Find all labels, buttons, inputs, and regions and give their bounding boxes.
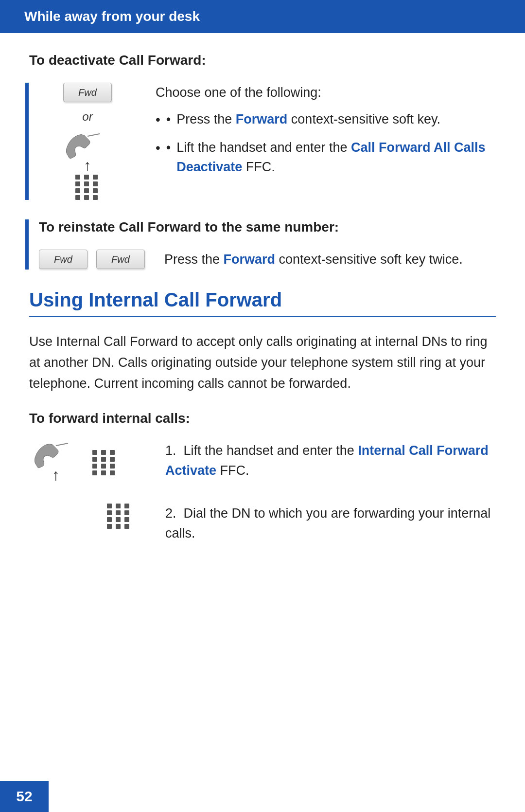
- footer: 52: [0, 781, 49, 812]
- header-title: While away from your desk: [24, 9, 200, 24]
- step1-keypad: [92, 450, 117, 475]
- deactivate-heading: To deactivate Call Forward:: [29, 53, 496, 68]
- forward-link-1: Forward: [236, 112, 288, 126]
- bullet-dot-1: •: [166, 109, 171, 130]
- step2-block: 2. Dial the DN to which you are forwardi…: [92, 504, 496, 543]
- forward-link-reinstate: Forward: [224, 252, 276, 267]
- bullet-text-2: Lift the handset and enter the Call Forw…: [176, 138, 496, 177]
- internal-cf-activate-link: Internal Call Forward Activate: [165, 443, 489, 478]
- arrow-up-icon: ↑: [84, 157, 91, 175]
- bullet-text-1: Press the Forward context-sensitive soft…: [176, 109, 440, 130]
- accent-bar-deactivate: [25, 83, 29, 200]
- step1-handset: ↑: [29, 441, 83, 484]
- double-fwd-buttons: Fwd Fwd: [39, 250, 145, 269]
- bullet-1: • Press the Forward context-sensitive so…: [156, 109, 496, 130]
- bullet-2: • Lift the handset and enter the Call Fo…: [156, 138, 496, 177]
- fwd-button-1: Fwd: [39, 250, 88, 269]
- step2-number: 2.: [165, 506, 184, 521]
- step1-arrow-icon: ↑: [52, 466, 60, 484]
- reinstate-text: Press the Forward context-sensitive soft…: [164, 250, 496, 270]
- or-label: or: [82, 110, 92, 124]
- step1-illustration: ↑: [29, 441, 146, 484]
- step2-text: 2. Dial the DN to which you are forwardi…: [165, 504, 496, 543]
- svg-line-0: [88, 134, 100, 136]
- reinstate-block: Fwd Fwd Press the Forward context-sensit…: [39, 250, 496, 270]
- step1-handset-icon: [29, 441, 83, 470]
- section-description: Use Internal Call Forward to accept only…: [29, 331, 496, 395]
- forward-internal-heading: To forward internal calls:: [29, 411, 496, 426]
- accent-bar-reinstate: [25, 219, 29, 270]
- svg-line-1: [56, 443, 68, 446]
- step1-keypad-wrapper: [88, 450, 117, 475]
- reinstate-illustration: Fwd Fwd: [39, 250, 145, 269]
- section-divider: [29, 316, 496, 317]
- reinstate-heading: To reinstate Call Forward to the same nu…: [39, 219, 496, 235]
- section-title: Using Internal Call Forward: [29, 289, 496, 311]
- step2-illustration: [92, 504, 146, 529]
- step1-number: 1.: [165, 443, 184, 458]
- keypad-illustration: [75, 175, 100, 200]
- fwd-button-single: Fwd: [63, 83, 112, 102]
- call-forward-deactivate-link: Call Forward All Calls Deactivate: [176, 140, 485, 175]
- fwd-button-2: Fwd: [96, 250, 145, 269]
- deactivate-bullets: • Press the Forward context-sensitive so…: [156, 109, 496, 177]
- main-content: To deactivate Call Forward: Fwd or ↑: [0, 53, 525, 543]
- step2-keypad: [107, 504, 131, 529]
- bullet-dot-2: •: [166, 138, 171, 177]
- deactivate-block: Fwd or ↑ C: [39, 83, 496, 200]
- choose-text: Choose one of the following:: [156, 83, 496, 103]
- page-number: 52: [16, 788, 32, 805]
- handset-illustration: ↑: [61, 131, 114, 200]
- deactivate-illustration: Fwd or ↑: [39, 83, 136, 200]
- deactivate-text: Choose one of the following: • Press the…: [156, 83, 496, 185]
- step1-block: ↑ 1. Lift the handset and enter the Inte…: [29, 441, 496, 484]
- internal-cf-section: Using Internal Call Forward Use Internal…: [29, 289, 496, 543]
- handset-icon: [61, 131, 114, 161]
- step1-text: 1. Lift the handset and enter the Intern…: [165, 441, 496, 480]
- header-bar: While away from your desk: [0, 0, 525, 33]
- reinstate-section: To reinstate Call Forward to the same nu…: [39, 219, 496, 270]
